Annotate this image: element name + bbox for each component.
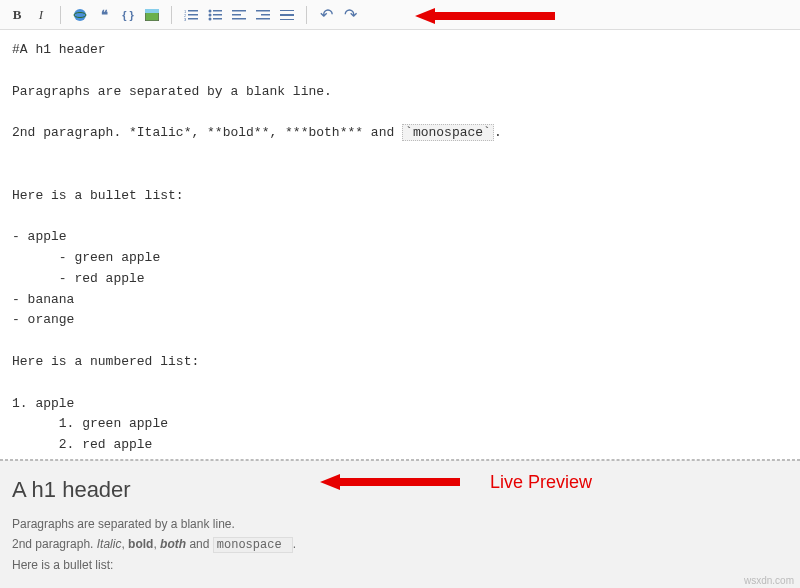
svg-rect-17	[232, 14, 241, 16]
toolbar-separator	[60, 6, 61, 24]
svg-rect-21	[256, 18, 270, 20]
preview-bold: bold	[128, 537, 153, 551]
quote-button[interactable]: ❝	[93, 4, 115, 26]
editor-line: - banana	[12, 292, 74, 307]
svg-rect-18	[232, 18, 246, 20]
editor-monospace: `monospace`	[402, 124, 494, 141]
editor-line: 1. apple	[12, 396, 74, 411]
ordered-list-button[interactable]: 123	[180, 4, 202, 26]
align-right-button[interactable]	[252, 4, 274, 26]
editor-line: - apple	[12, 229, 67, 244]
editor-line: 2nd paragraph. *Italic*, **bold**, ***bo…	[12, 125, 402, 140]
redo-button[interactable]: ↷	[339, 4, 361, 26]
svg-rect-16	[232, 10, 246, 12]
svg-rect-22	[280, 10, 294, 11]
svg-rect-9	[188, 18, 198, 20]
editor-line: - red apple	[12, 271, 145, 286]
editor-line: Paragraphs are separated by a blank line…	[12, 84, 332, 99]
editor-line: 2. red apple	[12, 437, 152, 452]
svg-rect-13	[213, 14, 222, 16]
preview-h1: A h1 header	[12, 477, 788, 503]
italic-button[interactable]: I	[30, 4, 52, 26]
svg-rect-5	[188, 10, 198, 12]
toolbar-separator	[171, 6, 172, 24]
markdown-source-editor[interactable]: #A h1 header Paragraphs are separated by…	[0, 30, 800, 460]
unordered-list-button[interactable]	[204, 4, 226, 26]
align-left-button[interactable]	[228, 4, 250, 26]
toolbar-separator	[306, 6, 307, 24]
preview-paragraph: Paragraphs are separated by a blank line…	[12, 517, 788, 531]
annotation-label: Live Preview	[490, 472, 592, 493]
editor-line: 1. green apple	[12, 416, 168, 431]
editor-line: Here is a numbered list:	[12, 354, 199, 369]
svg-rect-24	[280, 19, 294, 20]
editor-line: Here is a bullet list:	[12, 188, 184, 203]
link-button[interactable]	[69, 4, 91, 26]
svg-rect-11	[213, 10, 222, 12]
bold-button[interactable]: B	[6, 4, 28, 26]
image-button[interactable]	[141, 4, 163, 26]
live-preview-pane: A h1 header Paragraphs are separated by …	[0, 460, 800, 588]
code-button[interactable]: { }	[117, 4, 139, 26]
svg-text:3: 3	[184, 17, 187, 21]
editor-line: - green apple	[12, 250, 160, 265]
preview-bold-italic: both	[160, 537, 186, 551]
watermark-text: wsxdn.com	[744, 575, 794, 586]
hr-button[interactable]	[276, 4, 298, 26]
editor-line: .	[494, 125, 502, 140]
preview-monospace: monospace	[213, 537, 293, 553]
preview-italic: Italic	[97, 537, 122, 551]
svg-point-0	[74, 9, 86, 21]
undo-button[interactable]: ↶	[315, 4, 337, 26]
svg-rect-15	[213, 18, 222, 20]
svg-rect-7	[188, 14, 198, 16]
editor-line: - orange	[12, 312, 74, 327]
svg-rect-20	[261, 14, 270, 16]
preview-paragraph: 2nd paragraph. Italic, bold, both and mo…	[12, 537, 788, 552]
svg-point-10	[209, 9, 212, 12]
svg-rect-19	[256, 10, 270, 12]
svg-rect-3	[145, 9, 159, 13]
svg-point-12	[209, 13, 212, 16]
svg-point-14	[209, 17, 212, 20]
preview-paragraph: Here is a bullet list:	[12, 558, 788, 572]
editor-toolbar: B I ❝ { } 123 ↶ ↷	[0, 0, 800, 30]
svg-rect-23	[280, 14, 294, 16]
editor-line: #A h1 header	[12, 42, 106, 57]
